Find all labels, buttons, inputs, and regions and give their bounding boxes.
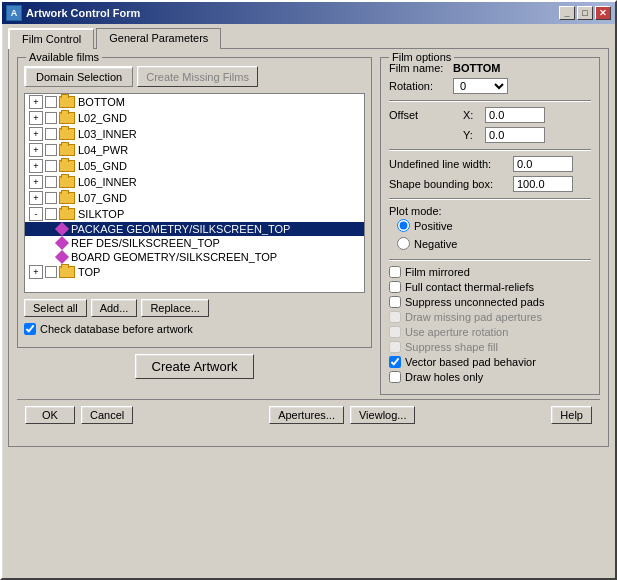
cancel-button[interactable]: Cancel: [81, 406, 133, 424]
cb-draw-missing[interactable]: [389, 311, 401, 323]
cb-vector-pad[interactable]: [389, 356, 401, 368]
tree-item-top[interactable]: + TOP: [25, 264, 364, 280]
expand-l07[interactable]: +: [29, 191, 43, 205]
tree-item-l02[interactable]: + L02_GND: [25, 110, 364, 126]
offset-x-field[interactable]: 0.0: [485, 107, 545, 123]
expand-l05[interactable]: +: [29, 159, 43, 173]
window-title: Artwork Control Form: [26, 7, 559, 19]
opt-draw-missing: Draw missing pad apertures: [389, 311, 591, 323]
tree-item-bottom[interactable]: + BOTTOM: [25, 94, 364, 110]
opt-full-contact: Full contact thermal-reliefs: [389, 281, 591, 293]
diamond-icon-pkg: [55, 222, 69, 236]
label-l07: L07_GND: [78, 192, 127, 204]
film-tree[interactable]: + BOTTOM + L02_GND: [24, 93, 365, 293]
add-button[interactable]: Add...: [91, 299, 138, 317]
label-suppress-shape: Suppress shape fill: [405, 341, 498, 353]
checkbox-l06[interactable]: [45, 176, 57, 188]
tree-item-board[interactable]: BOARD GEOMETRY/SILKSCREEN_TOP: [25, 250, 364, 264]
expand-top[interactable]: +: [29, 265, 43, 279]
label-l03: L03_INNER: [78, 128, 137, 140]
offset-y-field[interactable]: 0.0: [485, 127, 545, 143]
checkbox-l07[interactable]: [45, 192, 57, 204]
film-name-value: BOTTOM: [453, 62, 500, 74]
label-top: TOP: [78, 266, 100, 278]
create-missing-films-button[interactable]: Create Missing Films: [137, 66, 258, 87]
label-draw-missing: Draw missing pad apertures: [405, 311, 542, 323]
checkbox-top[interactable]: [45, 266, 57, 278]
apertures-button[interactable]: Apertures...: [269, 406, 344, 424]
title-bar-buttons: _ □ ✕: [559, 6, 611, 20]
shape-bbox-field[interactable]: 100.0: [513, 176, 573, 192]
close-button[interactable]: ✕: [595, 6, 611, 20]
radio-positive[interactable]: [397, 219, 410, 232]
maximize-button[interactable]: □: [577, 6, 593, 20]
bottom-bar-right: Help: [551, 406, 592, 424]
divider-2: [389, 149, 591, 150]
cb-full-contact[interactable]: [389, 281, 401, 293]
cb-film-mirrored[interactable]: [389, 266, 401, 278]
tree-item-l04[interactable]: + L04_PWR: [25, 142, 364, 158]
available-films-group: Available films Domain Selection Create …: [17, 57, 372, 348]
cb-aperture-rotation[interactable]: [389, 326, 401, 338]
expand-l02[interactable]: +: [29, 111, 43, 125]
tree-item-l07[interactable]: + L07_GND: [25, 190, 364, 206]
label-l05: L05_GND: [78, 160, 127, 172]
opt-draw-holes: Draw holes only: [389, 371, 591, 383]
ok-button[interactable]: OK: [25, 406, 75, 424]
plot-mode-label: Plot mode:: [389, 205, 442, 217]
tree-item-l06[interactable]: + L06_INNER: [25, 174, 364, 190]
label-board: BOARD GEOMETRY/SILKSCREEN_TOP: [71, 251, 277, 263]
cb-draw-holes[interactable]: [389, 371, 401, 383]
offset-x-label: X:: [453, 109, 481, 121]
window-icon: A: [6, 5, 22, 21]
tree-item-pkg[interactable]: PACKAGE GEOMETRY/SILKSCREEN_TOP: [25, 222, 364, 236]
rotation-select[interactable]: 0 90 180 270: [453, 78, 508, 94]
undef-line-field[interactable]: 0.0: [513, 156, 573, 172]
opt-suppress-unconnected: Suppress unconnected pads: [389, 296, 591, 308]
rotation-row: Rotation: 0 90 180 270: [389, 78, 591, 94]
checkbox-silktop[interactable]: [45, 208, 57, 220]
divider-3: [389, 198, 591, 199]
checkbox-bottom[interactable]: [45, 96, 57, 108]
expand-bottom[interactable]: +: [29, 95, 43, 109]
tree-item-l03[interactable]: + L03_INNER: [25, 126, 364, 142]
folder-icon-bottom: [59, 96, 75, 108]
film-options-title: Film options: [389, 51, 454, 63]
domain-selection-button[interactable]: Domain Selection: [24, 66, 133, 87]
expand-l04[interactable]: +: [29, 143, 43, 157]
checkbox-l03[interactable]: [45, 128, 57, 140]
create-artwork-button[interactable]: Create Artwork: [135, 354, 255, 379]
checkbox-l05[interactable]: [45, 160, 57, 172]
checkbox-l04[interactable]: [45, 144, 57, 156]
viewlog-button[interactable]: Viewlog...: [350, 406, 416, 424]
tree-item-refdes[interactable]: REF DES/SILKSCREEN_TOP: [25, 236, 364, 250]
radio-positive-label: Positive: [414, 220, 453, 232]
tab-general-parameters[interactable]: General Parameters: [96, 28, 221, 49]
help-button[interactable]: Help: [551, 406, 592, 424]
shape-bbox-row: Shape bounding box: 100.0: [389, 176, 591, 192]
checkbox-l02[interactable]: [45, 112, 57, 124]
radio-negative[interactable]: [397, 237, 410, 250]
select-all-button[interactable]: Select all: [24, 299, 87, 317]
tree-item-l05[interactable]: + L05_GND: [25, 158, 364, 174]
title-bar: A Artwork Control Form _ □ ✕: [2, 2, 615, 24]
minimize-button[interactable]: _: [559, 6, 575, 20]
expand-silktop[interactable]: -: [29, 207, 43, 221]
check-db-checkbox[interactable]: [24, 323, 36, 335]
cb-suppress-shape[interactable]: [389, 341, 401, 353]
tab-film-control[interactable]: Film Control: [8, 28, 94, 49]
available-films-title: Available films: [26, 51, 102, 63]
cb-suppress-unconnected[interactable]: [389, 296, 401, 308]
expand-l03[interactable]: +: [29, 127, 43, 141]
expand-l06[interactable]: +: [29, 175, 43, 189]
folder-icon-l07: [59, 192, 75, 204]
opt-film-mirrored: Film mirrored: [389, 266, 591, 278]
label-film-mirrored: Film mirrored: [405, 266, 470, 278]
folder-icon-l06: [59, 176, 75, 188]
replace-button[interactable]: Replace...: [141, 299, 209, 317]
tree-item-silktop[interactable]: - SILKTOP: [25, 206, 364, 222]
check-db-row: Check database before artwork: [24, 323, 365, 335]
left-panel: Available films Domain Selection Create …: [17, 57, 372, 395]
label-l06: L06_INNER: [78, 176, 137, 188]
offset-row: Offset X: 0.0: [389, 107, 591, 123]
